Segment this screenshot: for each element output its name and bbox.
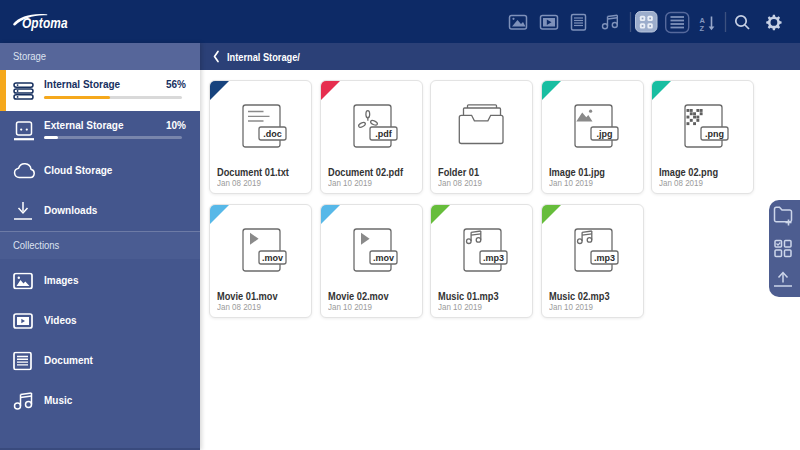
svg-text:Z: Z xyxy=(700,24,705,33)
svg-text:.mov: .mov xyxy=(262,253,283,263)
svg-text:.png: .png xyxy=(705,129,724,139)
svg-text:.doc: .doc xyxy=(263,129,282,139)
svg-text:.mp3: .mp3 xyxy=(594,253,615,263)
svg-text:.mp3: .mp3 xyxy=(483,253,504,263)
svg-text:.pdf: .pdf xyxy=(375,129,392,139)
svg-text:.jpg: .jpg xyxy=(597,129,613,139)
svg-text:.mov: .mov xyxy=(373,253,394,263)
svg-text:Optoma: Optoma xyxy=(22,16,68,32)
